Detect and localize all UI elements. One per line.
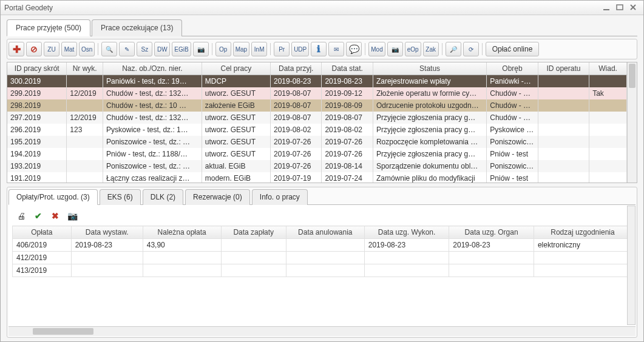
tb-udp[interactable]: UDP [291, 42, 309, 56]
main-tabs: Prace przyjęte (500)Prace oczekujące (13… [7, 19, 637, 36]
grid-col-1[interactable]: Nr wyk. [67, 62, 103, 75]
tb-mat[interactable]: Mat [61, 42, 77, 56]
add-button[interactable]: ✚ [8, 42, 24, 56]
detail-col-3[interactable]: Data zapłaty [221, 226, 286, 239]
grid-col-4[interactable]: Data przyj. [271, 62, 322, 75]
app-window: Portal Geodety Prace przyjęte (500)Prace… [0, 0, 644, 342]
tb-osn[interactable]: Osn [79, 42, 95, 56]
detail-col-1[interactable]: Data wystaw. [71, 226, 143, 239]
grid-col-0[interactable]: ID pracy skrót [7, 62, 67, 75]
tb-sz[interactable]: Sz [137, 42, 152, 56]
tb-eop[interactable]: eOp [405, 42, 421, 56]
detail-col-2[interactable]: Należna opłata [143, 226, 221, 239]
grid-col-2[interactable]: Naz. ob./Ozn. nier. [103, 62, 202, 75]
grid-row[interactable]: 194.2019Pniów - test, dz.: 1188/…utworz.… [7, 148, 627, 160]
grid-row[interactable]: 300.2019Paniówki - test, dz.: 19…MDCP201… [7, 75, 627, 88]
grid-row[interactable]: 298.2019Chudów - test, dz.: 10 …założeni… [7, 99, 627, 112]
delete-icon[interactable]: ✖ [49, 210, 62, 222]
tb-zak[interactable]: Zak [423, 42, 439, 56]
grid-col-3[interactable]: Cel pracy [202, 62, 270, 75]
binoculars-button[interactable]: 🔎 [446, 42, 461, 56]
detail-col-0[interactable]: Opłata [13, 226, 72, 239]
grid-row[interactable]: 193.2019Poniszowice - test, dz.: …aktual… [7, 160, 627, 172]
pay-online-button[interactable]: Opłać online [486, 42, 540, 56]
window-title: Portal Geodety [4, 4, 600, 12]
detail-hscroll[interactable] [8, 326, 636, 336]
grid-col-8[interactable]: ID operatu [538, 62, 589, 75]
main-grid-vscroll[interactable] [627, 62, 637, 183]
content: Prace przyjęte (500)Prace oczekujące (13… [1, 15, 643, 341]
grid-col-6[interactable]: Status [373, 62, 486, 75]
grid-row[interactable]: 195.2019Poniszowice - test, dz.: …utworz… [7, 136, 627, 148]
detail-tabs: Opłaty/Prot. uzgod. (3)EKS (6)DLK (2)Rez… [8, 189, 636, 205]
grid-col-5[interactable]: Data stat. [322, 62, 373, 75]
grid-row[interactable]: 297.201912/2019Chudów - test, dz.: 132…u… [7, 112, 627, 124]
cancel-icon: ⊘ [30, 44, 38, 54]
tb-mod[interactable]: Mod [368, 42, 385, 56]
main-grid[interactable]: ID pracy skrótNr wyk.Naz. ob./Ozn. nier.… [7, 62, 627, 183]
detail-col-4[interactable]: Data anulowania [286, 226, 364, 239]
detail-inner: 🖨 ✔ ✖ 📷 OpłataData wystaw.Należna opłata… [8, 205, 636, 326]
grid-col-9[interactable]: Wiad. [589, 62, 627, 75]
main-grid-container: ID pracy skrótNr wyk.Naz. ob./Ozn. nier.… [7, 62, 637, 183]
photo-button[interactable]: 📷 [193, 42, 209, 56]
maximize-button[interactable] [615, 4, 626, 12]
detail-col-5[interactable]: Data uzg. Wykon. [364, 226, 449, 239]
tb-inm[interactable]: InM [251, 42, 267, 56]
detail-tab-0[interactable]: Opłaty/Prot. uzgod. (3) [8, 189, 98, 205]
refresh-button[interactable]: ⟳ [463, 42, 479, 56]
detail-row[interactable]: 406/20192019-08-2343,902019-08-232019-08… [13, 239, 632, 252]
svg-rect-1 [617, 5, 623, 10]
camera-icon[interactable]: 📷 [66, 210, 79, 222]
tb-dw[interactable]: DW [154, 42, 170, 56]
main-tab-1[interactable]: Prace oczekujące (13) [92, 19, 182, 36]
minimize-button[interactable] [602, 4, 613, 12]
detail-row[interactable]: 413/2019 [13, 264, 632, 277]
detail-grid[interactable]: OpłataData wystaw.Należna opłataData zap… [12, 226, 632, 277]
camera2-button[interactable]: 📷 [387, 42, 403, 56]
detail-toolbar: 🖨 ✔ ✖ 📷 [12, 209, 632, 223]
detail-tab-4[interactable]: Info. o pracy [252, 189, 308, 205]
main-toolbar: ✚⊘ZUMatOsn🔍✎SzDWEGiB📷OpMapInMPrUDPℹ✉💬Mod… [7, 39, 637, 59]
chat-button[interactable]: 💬 [346, 42, 362, 56]
cancel-button[interactable]: ⊘ [26, 42, 42, 56]
tb-zu[interactable]: ZU [44, 42, 59, 56]
plus-icon: ✚ [13, 44, 21, 55]
main-tab-0[interactable]: Prace przyjęte (500) [7, 19, 90, 36]
detail-vscroll[interactable] [627, 206, 636, 325]
titlebar: Portal Geodety [1, 1, 643, 15]
chat-icon: 💬 [349, 44, 359, 54]
grid-col-7[interactable]: Obręb [487, 62, 538, 75]
confirm-icon[interactable]: ✔ [32, 210, 45, 222]
print-icon[interactable]: 🖨 [15, 210, 28, 222]
mail-button[interactable]: ✉ [328, 42, 344, 56]
close-button[interactable] [629, 4, 640, 12]
grid-row[interactable]: 296.2019123Pyskowice - test, dz.: 1…utwo… [7, 124, 627, 136]
info-icon: ℹ [317, 44, 320, 55]
edit-button[interactable]: ✎ [119, 42, 135, 56]
detail-tab-1[interactable]: EKS (6) [100, 189, 141, 205]
detail-row[interactable]: 412/2019 [13, 252, 632, 264]
detail-col-6[interactable]: Data uzg. Organ [449, 226, 534, 239]
tb-egib[interactable]: EGiB [172, 42, 191, 56]
detail-tab-2[interactable]: DLK (2) [143, 189, 183, 205]
info-button[interactable]: ℹ [311, 42, 327, 56]
search-button[interactable]: 🔍 [101, 42, 117, 56]
tb-op[interactable]: Op [215, 42, 231, 56]
tb-map[interactable]: Map [233, 42, 249, 56]
tb-pr[interactable]: Pr [274, 42, 290, 56]
detail-tab-3[interactable]: Rezerwacje (0) [185, 189, 250, 205]
grid-row[interactable]: 191.2019Łączny czas realizacji z…modern.… [7, 172, 627, 183]
grid-row[interactable]: 299.201912/2019Chudów - test, dz.: 132…u… [7, 87, 627, 99]
detail-panel: Opłaty/Prot. uzgod. (3)EKS (6)DLK (2)Rez… [7, 187, 637, 338]
detail-col-7[interactable]: Rodzaj uzgodnienia [534, 226, 631, 239]
